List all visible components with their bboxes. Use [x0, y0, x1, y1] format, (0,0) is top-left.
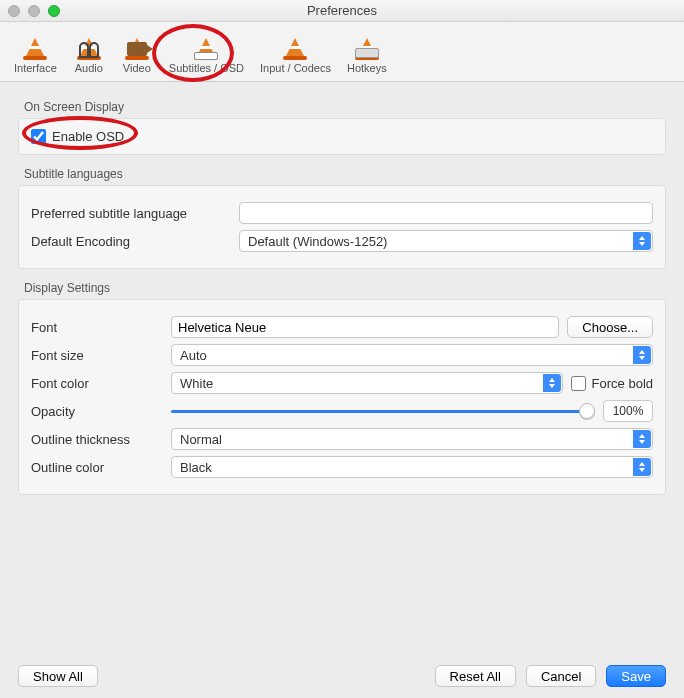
keyboard-icon: [351, 28, 383, 60]
select-value: Default (Windows-1252): [248, 234, 387, 249]
group-label-osd: On Screen Display: [24, 100, 666, 114]
preferences-toolbar: Interface Audio Video Subtitles / OSD In…: [0, 22, 684, 82]
tab-label: Input / Codecs: [260, 62, 331, 74]
osd-group: Enable OSD: [18, 118, 666, 155]
force-bold-checkbox[interactable]: [571, 376, 586, 391]
chevrons-icon: [543, 374, 561, 392]
font-size-label: Font size: [31, 348, 163, 363]
group-label-lang: Subtitle languages: [24, 167, 666, 181]
tab-input-codecs[interactable]: Input / Codecs: [252, 26, 339, 75]
outline-color-select[interactable]: Black: [171, 456, 653, 478]
preferences-content: On Screen Display Enable OSD Subtitle la…: [0, 82, 684, 495]
lang-group: Preferred subtitle language Default Enco…: [18, 185, 666, 269]
force-bold-label: Force bold: [592, 376, 653, 391]
preferred-language-label: Preferred subtitle language: [31, 206, 231, 221]
headphones-icon: [73, 28, 105, 60]
chevrons-icon: [633, 232, 651, 250]
tab-audio[interactable]: Audio: [65, 26, 113, 75]
default-encoding-label: Default Encoding: [31, 234, 231, 249]
tab-label: Video: [123, 62, 151, 74]
default-encoding-select[interactable]: Default (Windows-1252): [239, 230, 653, 252]
titlebar: Preferences: [0, 0, 684, 22]
opacity-slider[interactable]: [171, 402, 595, 420]
show-all-button[interactable]: Show All: [18, 665, 98, 687]
opacity-value: 100%: [603, 400, 653, 422]
select-value: Black: [180, 460, 212, 475]
subtitles-icon: [190, 28, 222, 60]
chevrons-icon: [633, 458, 651, 476]
tab-interface[interactable]: Interface: [6, 26, 65, 75]
font-color-label: Font color: [31, 376, 163, 391]
film-icon: [121, 28, 153, 60]
opacity-label: Opacity: [31, 404, 163, 419]
font-label: Font: [31, 320, 163, 335]
save-button[interactable]: Save: [606, 665, 666, 687]
tab-label: Audio: [75, 62, 103, 74]
font-size-select[interactable]: Auto: [171, 344, 653, 366]
tab-video[interactable]: Video: [113, 26, 161, 75]
cone-icon: [19, 28, 51, 60]
display-group: Font Choose... Font size Auto Font color…: [18, 299, 666, 495]
tab-hotkeys[interactable]: Hotkeys: [339, 26, 395, 75]
group-label-display: Display Settings: [24, 281, 666, 295]
outline-color-label: Outline color: [31, 460, 163, 475]
font-input[interactable]: [171, 316, 559, 338]
select-value: Normal: [180, 432, 222, 447]
tab-subtitles-osd[interactable]: Subtitles / OSD: [161, 26, 252, 75]
outline-thickness-select[interactable]: Normal: [171, 428, 653, 450]
chevrons-icon: [633, 346, 651, 364]
window-title: Preferences: [0, 3, 684, 18]
tab-label: Hotkeys: [347, 62, 387, 74]
enable-osd-checkbox[interactable]: [31, 129, 46, 144]
choose-font-button[interactable]: Choose...: [567, 316, 653, 338]
font-color-select[interactable]: White: [171, 372, 563, 394]
select-value: Auto: [180, 348, 207, 363]
tab-label: Interface: [14, 62, 57, 74]
tab-label: Subtitles / OSD: [169, 62, 244, 74]
enable-osd-label: Enable OSD: [52, 129, 124, 144]
preferred-language-input[interactable]: [239, 202, 653, 224]
outline-thickness-label: Outline thickness: [31, 432, 163, 447]
cancel-button[interactable]: Cancel: [526, 665, 596, 687]
enable-osd-row: Enable OSD: [31, 129, 653, 144]
reset-all-button[interactable]: Reset All: [435, 665, 516, 687]
chevrons-icon: [633, 430, 651, 448]
footer-bar: Show All Reset All Cancel Save: [0, 654, 684, 698]
select-value: White: [180, 376, 213, 391]
force-bold-row: Force bold: [571, 376, 653, 391]
codecs-icon: [279, 28, 311, 60]
